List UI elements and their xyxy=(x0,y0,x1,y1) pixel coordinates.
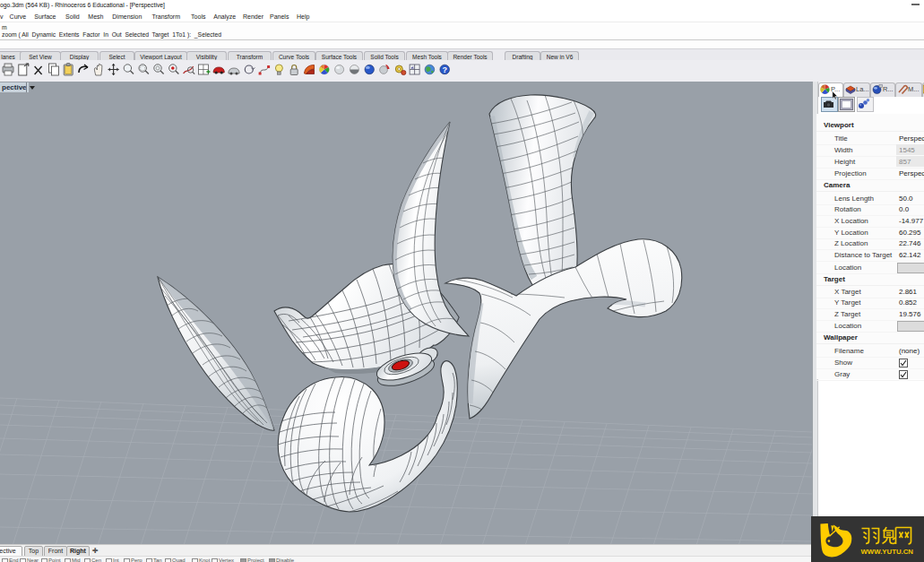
svg-text:?: ? xyxy=(442,65,447,74)
svg-text:WWW.YUTU.CN: WWW.YUTU.CN xyxy=(861,548,914,556)
